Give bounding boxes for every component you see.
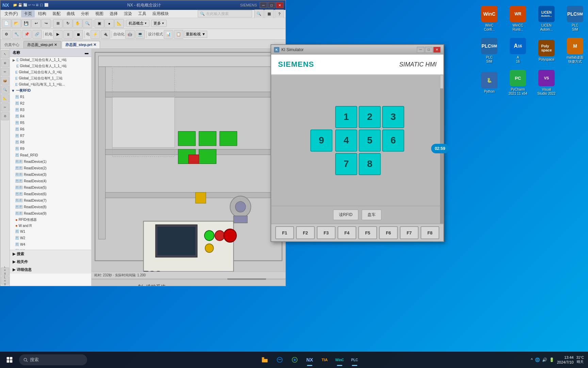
- tb-pan[interactable]: ✋: [73, 19, 82, 28]
- tree-item-readdev2[interactable]: 图图ReadDevice(2): [10, 165, 91, 171]
- left-tool-select[interactable]: ↖: [1, 50, 9, 58]
- desktop-icon-python[interactable]: 🐍 Python: [476, 67, 503, 98]
- tree-item-r9[interactable]: 图R9: [10, 145, 91, 152]
- tb-wireframe[interactable]: ▣: [95, 19, 104, 28]
- volume-icon[interactable]: 🔊: [542, 357, 547, 362]
- tree-item-w4[interactable]: 图W4: [10, 241, 91, 248]
- tree-item[interactable]: E Global_三站合位有H_1_三站: [10, 75, 91, 81]
- tb2-btn1[interactable]: ⚙: [2, 30, 11, 39]
- tree-item-readdev6[interactable]: 图图ReadDevice(6): [10, 191, 91, 197]
- menu-curve[interactable]: 曲线: [64, 10, 78, 17]
- tree-item-r4[interactable]: 图R4: [10, 113, 91, 120]
- taskbar-icon-tia[interactable]: TIA: [318, 353, 331, 367]
- tb2-motion[interactable]: ▶: [53, 30, 63, 39]
- tree-group-rfid[interactable]: ▼ 一夜RFID: [10, 88, 91, 94]
- tree-item-read-rfid[interactable]: 图Read_RFID: [10, 152, 91, 158]
- menu-assembly[interactable]: 装配: [50, 10, 63, 17]
- tree-item-r6[interactable]: 图R6: [10, 126, 91, 133]
- tb-save[interactable]: 💾: [21, 19, 31, 28]
- numpad-key-4[interactable]: 4: [335, 129, 357, 152]
- left-tool-3[interactable]: 📦: [1, 77, 9, 85]
- tab-step1[interactable]: 亦总面_step.prt ✕: [23, 41, 61, 48]
- tray-arrow-icon[interactable]: ^: [531, 357, 533, 362]
- tree-item-rfid-sensor[interactable]: ●RFID传感器: [10, 217, 91, 223]
- tb2-btn3[interactable]: 📌: [22, 30, 32, 39]
- tree-item-wandr[interactable]: ●W and R: [10, 223, 91, 228]
- tree-item-r2[interactable]: 图R2: [10, 100, 91, 107]
- taskbar-icon-files[interactable]: [258, 353, 272, 367]
- menu-view[interactable]: 视图: [93, 10, 106, 17]
- hmi-scrollbar-thumb[interactable]: [440, 75, 443, 89]
- tb-mode-selector[interactable]: 更多 ▼: [151, 20, 167, 27]
- tree-item[interactable]: E Global_三站合位有人_1_1_=站: [10, 63, 91, 69]
- desktop-icon-siemens-a16[interactable]: A16 A16: [504, 35, 532, 66]
- tab-discovery-center[interactable]: 仿真中心: [2, 41, 22, 48]
- tree-item-r5[interactable]: 图R5: [10, 120, 91, 126]
- tb-fit[interactable]: ⊞: [53, 19, 63, 28]
- numpad-key-2[interactable]: 2: [359, 106, 381, 128]
- desktop-icon-pycharm[interactable]: PC PyCharm2021 11 x64: [504, 67, 532, 98]
- battery-icon[interactable]: 🔋: [549, 357, 554, 362]
- tree-item[interactable]: E Global_=钻孔/有无_1_1_=钻...: [10, 81, 91, 88]
- taskbar-icon-edge[interactable]: [273, 353, 287, 367]
- nx-close-button[interactable]: ✕: [276, 2, 283, 8]
- tree-item-readdev7[interactable]: 图图ReadDevice(7): [10, 197, 91, 204]
- taskbar-icon-wincc2[interactable]: WinC: [333, 353, 346, 367]
- tree-item[interactable]: ▶ E Global_三站合位有人_1_1_=站: [10, 57, 91, 63]
- nx-minimize-button[interactable]: ─: [260, 2, 267, 8]
- tb-open[interactable]: 📂: [12, 19, 21, 28]
- fkey-f4[interactable]: F4: [338, 226, 356, 239]
- numpad-key-7[interactable]: 7: [335, 153, 357, 175]
- numpad-key-1[interactable]: 1: [335, 106, 357, 128]
- search-field[interactable]: 🔍 在此输入搜索: [198, 10, 252, 17]
- sidebar-section-search[interactable]: ▶ 搜索: [10, 250, 91, 258]
- menu-card[interactable]: 卡页: [21, 10, 35, 17]
- tb2-auto1[interactable]: 🤖: [125, 30, 135, 39]
- desktop-icon-plcsim1[interactable]: PLCSIM PLCSIM: [561, 3, 588, 34]
- tb2-elec2[interactable]: 🔌: [101, 30, 110, 39]
- sidebar-collapse-btn[interactable]: ▬: [85, 51, 88, 55]
- taskbar-icon-browser[interactable]: [288, 353, 301, 367]
- left-tool-1[interactable]: ⊕: [1, 59, 9, 67]
- tb-undo[interactable]: ↩: [31, 19, 41, 28]
- menu-tools[interactable]: 工具: [135, 10, 149, 17]
- layout-btn[interactable]: ▦: [264, 10, 274, 18]
- desktop-icon-visual-studio[interactable]: VS VisualStudio 2022: [533, 67, 560, 98]
- tb2-auto2[interactable]: 💻: [135, 30, 145, 39]
- taskbar-icon-nx[interactable]: NX: [303, 353, 316, 367]
- fkey-f5[interactable]: F5: [358, 226, 377, 239]
- tb2-btn4[interactable]: 🔗: [32, 30, 42, 39]
- tb2-btn2[interactable]: 🔧: [12, 30, 21, 39]
- desktop-icon-polyspace[interactable]: Polyspace Polyspace: [533, 35, 560, 66]
- menu-appmodule[interactable]: 应用模块: [150, 10, 172, 17]
- tb2-sim[interactable]: ⏸: [63, 30, 73, 39]
- desktop-icon-wincc-runtime[interactable]: WR WinCCRunti...: [504, 3, 532, 34]
- tree-item-r7[interactable]: 图R7: [10, 133, 91, 139]
- menu-select[interactable]: 选择: [107, 10, 120, 17]
- left-tool-log[interactable]: Legi: [1, 267, 9, 276]
- desktop-icon-license[interactable]: LICEN Autom... LICENAutom...: [533, 3, 560, 34]
- tb-component-selector[interactable]: 机器概念 ▼: [126, 20, 149, 27]
- clock-display[interactable]: 13:44 2024/7/10: [557, 355, 574, 365]
- tree-item-w1a[interactable]: 图W1: [10, 228, 91, 235]
- menu-analysis[interactable]: 分析: [78, 10, 92, 17]
- numpad-key-9[interactable]: 9: [310, 129, 332, 152]
- numpad-key-5[interactable]: 5: [359, 129, 381, 152]
- nx-3d-viewport[interactable]: 532 制··维护系统 耗时: 232秒 · 实际时间间隔: 1.200: [92, 49, 285, 286]
- start-button[interactable]: [3, 353, 16, 367]
- tb-measure[interactable]: 📐: [114, 19, 124, 28]
- tree-item-readdev3[interactable]: 图图ReadDevice(3): [10, 171, 91, 178]
- left-tool-6[interactable]: ✂: [1, 103, 9, 111]
- menu-file[interactable]: 文件(F): [2, 10, 20, 17]
- desktop-icon-plcsim2[interactable]: PLCSIM PLCSIM: [476, 35, 503, 66]
- tb-rotate[interactable]: ↻: [63, 19, 72, 28]
- tree-item-w2[interactable]: 图W2: [10, 235, 91, 241]
- left-tool-nav[interactable]: Log: [1, 276, 9, 285]
- tb-zoom[interactable]: 🔍: [83, 19, 92, 28]
- menu-render[interactable]: 渲染: [121, 10, 135, 17]
- fkey-f8[interactable]: F8: [421, 226, 439, 239]
- hmi-minimize-button[interactable]: ─: [417, 47, 424, 53]
- tb-shaded[interactable]: ●: [104, 19, 114, 28]
- tree-item[interactable]: E Global_三站合位有人_0_=站: [10, 69, 91, 75]
- pancar-button[interactable]: 盘车: [362, 210, 381, 220]
